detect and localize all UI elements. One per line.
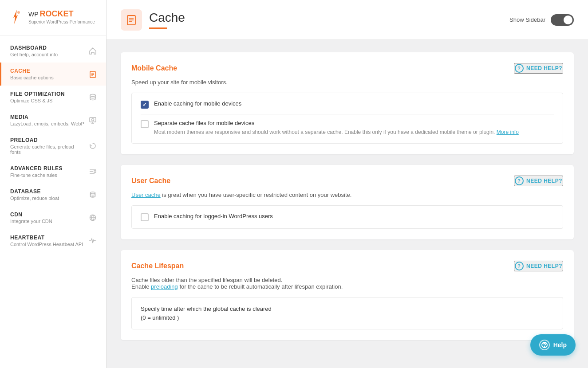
main-content: Cache Show Sidebar OFF Mobile Cache ? NE… [107,0,588,368]
cdn-icon [88,213,97,222]
user-cache-need-help-label: NEED HELP? [526,178,562,184]
nav-title-heartbeat: HEARTBEAT [10,235,85,241]
svg-marker-0 [13,10,18,24]
svg-rect-7 [90,117,96,122]
cache-lifespan-title: Cache Lifespan [131,262,184,270]
sidebar-item-cdn[interactable]: CDN Integrate your CDN [0,206,106,229]
nav-subtitle-dashboard: Get help, account info [10,52,85,57]
file-optimization-icon [88,93,97,102]
enable-mobile-label: Enable caching for mobile devices [154,100,554,107]
mobile-cache-need-help-button[interactable]: ? NEED HELP? [514,63,563,74]
help-fab-icon [539,340,550,350]
enable-logged-in-checkbox[interactable] [141,213,149,221]
user-cache-section: User Cache ? NEED HELP? User cache is gr… [121,165,574,239]
nav-title-advanced: ADVANCED RULES [10,165,85,172]
page-title: Cache [149,11,185,25]
sidebar-item-media[interactable]: MEDIA LazyLoad, emojis, embeds, WebP [0,109,106,132]
svg-point-6 [90,94,95,97]
nav-subtitle-cdn: Integrate your CDN [10,219,85,224]
nav-title-database: DATABASE [10,188,85,195]
preload-icon [88,141,97,150]
mobile-cache-need-help-label: NEED HELP? [526,65,562,71]
help-fab-label: Help [553,341,567,348]
help-fab-button[interactable]: Help [530,334,576,356]
cache-lifespan-help-icon: ? [515,262,524,270]
show-sidebar-toggle[interactable]: OFF [551,14,574,26]
nav-subtitle-advanced: Fine-tune cache rules [10,172,85,178]
advanced-rules-icon [88,167,97,176]
database-icon [88,190,97,199]
user-cache-options-box: Enable caching for logged-in WordPress u… [131,205,563,229]
enable-mobile-option-row: Enable caching for mobile devices [141,100,554,114]
sidebar-item-preload[interactable]: PRELOAD Generate cache files, preload fo… [0,132,106,160]
dashboard-icon [88,47,97,55]
heartbeat-icon [88,236,97,245]
sidebar-item-heartbeat[interactable]: HEARTBEAT Control WordPress Heartbeat AP… [0,229,106,252]
logo-area: WP ROCKET Superior WordPress Performance [0,0,106,36]
sidebar-nav: DASHBOARD Get help, account info CACHE B… [0,36,106,368]
show-sidebar-label: Show Sidebar [509,16,545,23]
lifespan-label: Specify time after which the global cach… [141,305,554,322]
cache-lifespan-section: Cache Lifespan ? NEED HELP? Cache files … [121,250,574,340]
svg-point-13 [91,192,95,194]
nav-subtitle-preload: Generate cache files, preload fonts [10,144,85,155]
media-icon [88,116,97,125]
sidebar-item-database[interactable]: DATABASE Optimize, reduce bloat [0,183,106,206]
more-info-link[interactable]: More info [497,129,519,135]
svg-rect-12 [94,171,96,172]
content-area: Mobile Cache ? NEED HELP? Speed up your … [107,40,588,368]
nav-title-cache: CACHE [10,68,85,74]
svg-point-1 [17,11,20,14]
page-header: Cache Show Sidebar OFF [107,0,588,40]
wp-rocket-logo-icon [9,9,25,25]
mobile-cache-title: Mobile Cache [131,64,177,72]
mobile-cache-section: Mobile Cache ? NEED HELP? Speed up your … [121,52,574,154]
sidebar-item-file-optimization[interactable]: FILE OPTIMIZATION Optimize CSS & JS [0,86,106,109]
nav-subtitle-database: Optimize, reduce bloat [10,196,85,201]
cache-lifespan-need-help-button[interactable]: ? NEED HELP? [514,261,563,271]
nav-subtitle-heartbeat: Control WordPress Heartbeat API [10,242,85,247]
nav-title-file-opt: FILE OPTIMIZATION [10,91,85,97]
separate-files-option-row: Separate cache files for mobile devices … [141,114,554,136]
cache-lifespan-description: Cache files older than the specified lif… [131,277,563,290]
sidebar-item-advanced-rules[interactable]: ADVANCED RULES Fine-tune cache rules [0,160,106,183]
nav-title-cdn: CDN [10,211,85,218]
svg-point-8 [92,119,94,121]
svg-point-21 [544,347,545,347]
mobile-cache-description: Speed up your site for mobile visitors. [131,79,563,86]
sidebar: WP ROCKET Superior WordPress Performance… [0,0,107,368]
preloading-link[interactable]: preloading [151,283,178,290]
cache-lifespan-help-label: NEED HELP? [526,263,562,269]
enable-logged-in-row: Enable caching for logged-in WordPress u… [141,213,554,221]
cache-icon [88,70,97,78]
sidebar-item-dashboard[interactable]: DASHBOARD Get help, account info [0,39,106,63]
user-cache-need-help-icon: ? [515,176,524,185]
enable-logged-in-label: Enable caching for logged-in WordPress u… [154,213,554,219]
nav-subtitle-file-opt: Optimize CSS & JS [10,98,85,103]
nav-title-dashboard: DASHBOARD [10,45,85,51]
user-cache-description: User cache is great when you have user-s… [131,192,563,198]
nav-subtitle-cache: Basic cache options [10,75,85,80]
page-header-icon [121,9,142,31]
nav-title-media: MEDIA [10,114,85,120]
enable-mobile-checkbox[interactable] [141,101,149,109]
user-cache-need-help-button[interactable]: ? NEED HELP? [514,176,563,186]
user-cache-title: User Cache [131,177,170,185]
logo-subtitle: Superior WordPress Performance [28,20,95,24]
need-help-icon: ? [515,64,524,73]
sidebar-item-cache[interactable]: CACHE Basic cache options [0,63,106,86]
mobile-cache-options-box: Enable caching for mobile devices Separa… [131,93,563,144]
separate-files-description: Most modern themes are responsive and sh… [154,128,554,136]
user-cache-link[interactable]: User cache [131,192,161,198]
nav-subtitle-media: LazyLoad, emojis, embeds, WebP [10,121,85,126]
toggle-off-text: OFF [564,18,572,22]
logo-wp-text: WP [28,11,39,18]
lifespan-box: Specify time after which the global cach… [131,297,563,329]
separate-files-label: Separate cache files for mobile devices [154,120,554,126]
logo-rocket-text: ROCKET [40,9,74,19]
page-title-underline [149,27,167,29]
nav-title-preload: PRELOAD [10,137,85,143]
separate-files-checkbox[interactable] [141,120,149,128]
